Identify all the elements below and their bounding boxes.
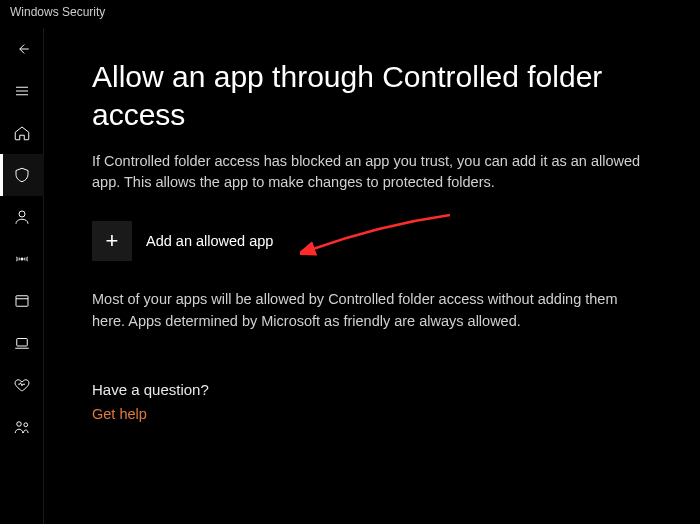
question-heading: Have a question? xyxy=(92,381,652,398)
heart-icon xyxy=(13,376,31,394)
svg-point-5 xyxy=(24,423,28,427)
sidebar-item-family[interactable] xyxy=(0,406,44,448)
sidebar-item-device-performance[interactable] xyxy=(0,364,44,406)
get-help-link[interactable]: Get help xyxy=(92,406,652,422)
add-allowed-app-label: Add an allowed app xyxy=(146,233,273,249)
svg-point-1 xyxy=(21,258,23,260)
svg-rect-2 xyxy=(16,296,28,307)
arrow-left-icon xyxy=(13,40,31,58)
svg-point-0 xyxy=(19,211,25,217)
sidebar-item-device-security[interactable] xyxy=(0,322,44,364)
add-allowed-app-button[interactable]: + Add an allowed app xyxy=(92,221,652,261)
plus-icon: + xyxy=(92,221,132,261)
family-icon xyxy=(13,418,31,436)
shield-icon xyxy=(13,166,31,184)
sidebar-item-account[interactable] xyxy=(0,196,44,238)
sidebar xyxy=(0,28,44,524)
sidebar-item-firewall[interactable] xyxy=(0,238,44,280)
svg-point-4 xyxy=(17,422,22,427)
main-content: Allow an app through Controlled folder a… xyxy=(44,28,700,524)
antenna-icon xyxy=(13,250,31,268)
menu-button[interactable] xyxy=(0,70,44,112)
info-text: Most of your apps will be allowed by Con… xyxy=(92,289,652,333)
sidebar-item-virus-threat[interactable] xyxy=(0,154,44,196)
person-icon xyxy=(13,208,31,226)
page-description: If Controlled folder access has blocked … xyxy=(92,151,652,193)
sidebar-item-app-browser[interactable] xyxy=(0,280,44,322)
page-title: Allow an app through Controlled folder a… xyxy=(92,58,652,133)
window-title: Windows Security xyxy=(0,0,700,28)
hamburger-icon xyxy=(13,82,31,100)
sidebar-item-home[interactable] xyxy=(0,112,44,154)
laptop-icon xyxy=(13,334,31,352)
svg-rect-3 xyxy=(17,339,28,347)
home-icon xyxy=(13,124,31,142)
window-icon xyxy=(13,292,31,310)
back-button[interactable] xyxy=(0,28,44,70)
